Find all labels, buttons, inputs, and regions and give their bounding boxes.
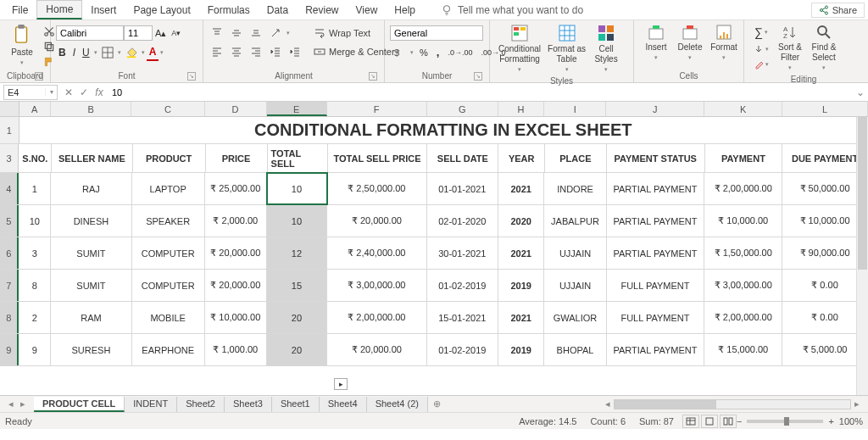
header-place[interactable]: PLACE bbox=[545, 144, 607, 172]
expand-formula-bar-button[interactable]: ⌄ bbox=[853, 86, 868, 98]
formula-input[interactable] bbox=[107, 85, 853, 100]
sheet-tab[interactable]: PRODUCT CELL bbox=[34, 397, 125, 412]
cell[interactable]: ₹ 3,00,000.00 bbox=[327, 270, 427, 301]
cell[interactable]: 20 bbox=[267, 302, 327, 333]
cell[interactable]: DINESH bbox=[51, 205, 131, 237]
cell[interactable]: FULL PAYMENT bbox=[607, 270, 705, 301]
cancel-formula-button[interactable]: ✕ bbox=[61, 85, 76, 100]
cell[interactable]: ₹ 20,000.00 bbox=[205, 270, 267, 301]
fx-button[interactable]: fx bbox=[92, 85, 107, 100]
title-cell[interactable]: CONDITIONAL FORMATTING IN EXCEL SHEET bbox=[19, 117, 868, 143]
normal-view-button[interactable] bbox=[682, 415, 699, 428]
cell[interactable]: 10 bbox=[267, 173, 327, 204]
cell[interactable]: INDORE bbox=[544, 173, 606, 204]
cell[interactable]: BHOPAL bbox=[544, 334, 606, 365]
cell[interactable]: ₹ 2,50,000.00 bbox=[327, 173, 427, 204]
col-header-D[interactable]: D bbox=[205, 102, 267, 116]
menu-formulas[interactable]: Formulas bbox=[199, 2, 259, 19]
increase-font-button[interactable]: A▴ bbox=[153, 26, 169, 41]
comma-button[interactable]: , bbox=[434, 44, 442, 60]
align-right-button[interactable] bbox=[248, 44, 264, 59]
cell[interactable]: 15 bbox=[267, 270, 327, 301]
col-header-L[interactable]: L bbox=[782, 102, 868, 116]
border-button[interactable] bbox=[99, 45, 116, 60]
cell[interactable]: PARTIAL PAYMENT bbox=[607, 173, 705, 204]
cell[interactable]: 10 bbox=[267, 205, 327, 237]
menu-file[interactable]: File bbox=[3, 2, 36, 19]
enter-formula-button[interactable]: ✓ bbox=[76, 85, 92, 100]
cell[interactable]: 02-01-2020 bbox=[427, 205, 498, 237]
cell[interactable]: ₹ 10,000.00 bbox=[205, 302, 267, 333]
sheet-tab[interactable]: Sheet2 bbox=[177, 397, 225, 412]
row-header-6[interactable]: 6 bbox=[0, 237, 19, 269]
col-header-J[interactable]: J bbox=[606, 102, 704, 116]
sheet-tab[interactable]: Sheet4 bbox=[320, 397, 367, 412]
cell[interactable]: SUMIT bbox=[51, 270, 131, 301]
cell[interactable]: EARPHONE bbox=[132, 334, 205, 365]
cell[interactable]: ₹ 0.00 bbox=[782, 270, 868, 301]
cell[interactable]: JABALPUR bbox=[544, 205, 606, 237]
col-header-E[interactable]: E bbox=[267, 102, 327, 116]
menu-page-layout[interactable]: Page Layout bbox=[125, 2, 198, 19]
row-header-3[interactable]: 3 bbox=[0, 144, 19, 172]
sheet-tab[interactable]: Sheet4 (2) bbox=[367, 397, 428, 412]
menu-home[interactable]: Home bbox=[36, 0, 82, 19]
col-header-I[interactable]: I bbox=[544, 102, 606, 116]
header-sell-date[interactable]: SELL DATE bbox=[427, 144, 498, 172]
col-header-F[interactable]: F bbox=[327, 102, 427, 116]
percent-button[interactable]: % bbox=[417, 46, 431, 59]
cell[interactable]: GWALIOR bbox=[544, 302, 606, 333]
number-format-select[interactable] bbox=[390, 25, 483, 41]
sheet-tab[interactable]: INDENT bbox=[125, 397, 177, 412]
vertical-scrollbar[interactable] bbox=[856, 117, 868, 395]
cell[interactable]: 10 bbox=[19, 205, 51, 237]
align-left-button[interactable] bbox=[209, 44, 225, 59]
cell[interactable]: 12 bbox=[267, 237, 327, 269]
tell-me-search[interactable]: Tell me what you want to do bbox=[441, 4, 583, 16]
cell[interactable]: ₹ 2,00,000.00 bbox=[704, 173, 782, 204]
cell[interactable]: 2020 bbox=[498, 205, 545, 237]
format-as-table-button[interactable]: Format as Table▾ bbox=[544, 22, 589, 76]
cell[interactable]: 01-02-2019 bbox=[427, 334, 498, 365]
col-header-A[interactable]: A bbox=[19, 102, 51, 116]
horizontal-scrollbar[interactable]: ◂ ▸ bbox=[445, 398, 868, 409]
cell[interactable]: UJJAIN bbox=[544, 270, 606, 301]
cell[interactable]: PARTIAL PAYMENT bbox=[607, 205, 705, 237]
font-name-select[interactable] bbox=[56, 25, 124, 41]
cell[interactable]: ₹ 2,00,000.00 bbox=[704, 302, 782, 333]
align-bottom-button[interactable] bbox=[248, 25, 264, 41]
accounting-button[interactable]: $ bbox=[390, 45, 407, 60]
share-button[interactable]: Share bbox=[811, 3, 865, 18]
font-color-button[interactable]: A bbox=[147, 44, 159, 61]
add-sheet-button[interactable]: ⊕ bbox=[428, 398, 445, 409]
cell[interactable]: UJJAIN bbox=[544, 237, 606, 269]
cell[interactable]: FULL PAYMENT bbox=[607, 302, 705, 333]
menu-review[interactable]: Review bbox=[297, 2, 347, 19]
format-cells-button[interactable]: Format▾ bbox=[707, 22, 741, 64]
header-year[interactable]: YEAR bbox=[498, 144, 544, 172]
cell[interactable]: 2021 bbox=[498, 237, 545, 269]
fill-button[interactable]: ▾ bbox=[751, 42, 771, 56]
page-layout-view-button[interactable] bbox=[701, 415, 718, 428]
zoom-out-button[interactable]: − bbox=[737, 416, 742, 426]
delete-cells-button[interactable]: Delete▾ bbox=[673, 22, 707, 64]
cell[interactable]: ₹ 15,000.00 bbox=[704, 334, 782, 365]
menu-view[interactable]: View bbox=[348, 2, 387, 19]
font-size-select[interactable] bbox=[124, 25, 153, 41]
find-select-button[interactable]: Find & Select▾ bbox=[807, 22, 841, 75]
cell[interactable]: ₹ 50,000.00 bbox=[782, 173, 868, 204]
decrease-font-button[interactable]: A▾ bbox=[169, 27, 183, 39]
cell[interactable]: 2 bbox=[19, 302, 51, 333]
cell[interactable]: ₹ 2,40,000.00 bbox=[327, 237, 427, 269]
row-header-8[interactable]: 8 bbox=[0, 302, 19, 333]
italic-button[interactable]: I bbox=[70, 45, 78, 60]
cell[interactable]: 3 bbox=[19, 237, 51, 269]
menu-insert[interactable]: Insert bbox=[82, 2, 125, 19]
name-box[interactable]: E4▾ bbox=[3, 85, 58, 100]
number-dialog-icon[interactable]: ↘ bbox=[474, 72, 482, 81]
align-center-button[interactable] bbox=[228, 44, 245, 59]
header-product[interactable]: PRODUCT bbox=[133, 144, 206, 172]
align-middle-button[interactable] bbox=[228, 25, 245, 41]
header-payment[interactable]: PAYMENT bbox=[705, 144, 783, 172]
cell[interactable]: ₹ 1,50,000.00 bbox=[704, 237, 782, 269]
